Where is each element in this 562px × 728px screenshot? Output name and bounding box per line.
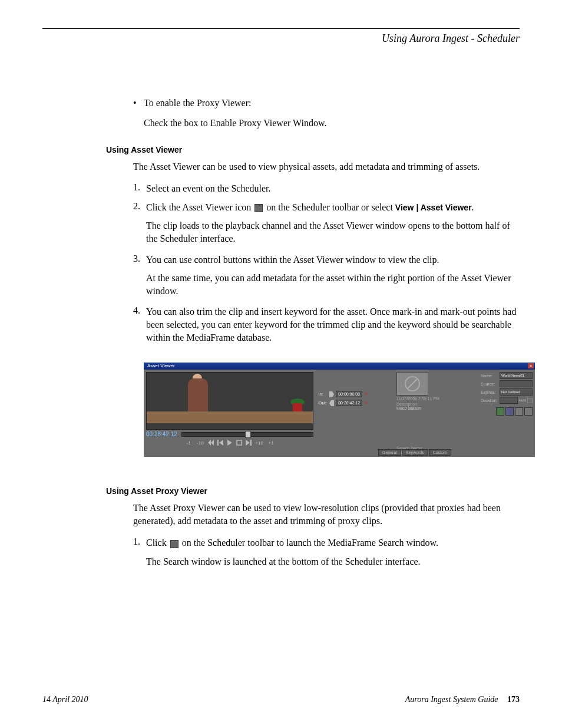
asset-timestamp: 11/25/2008 2:39:11 PM (396, 397, 478, 401)
proxy-step1-b: on the Scheduler toolbar to launch the M… (180, 538, 438, 548)
proxy-step1-sub: The Search window is launched at the bot… (146, 555, 520, 568)
search-icon (170, 540, 178, 548)
stop-icon[interactable] (236, 440, 242, 446)
video-preview (146, 372, 313, 430)
step-4: 4. You can also trim the clip and insert… (133, 305, 520, 344)
svg-rect-2 (250, 440, 252, 446)
step2-part-b: on the Scheduler toolbar or select (264, 202, 395, 212)
timecode-display: 00:28:42;12 (146, 431, 181, 437)
play-icon[interactable] (227, 440, 233, 446)
mark-in-icon[interactable] (329, 391, 334, 397)
footer-guide-name: Aurora Ingest System Guide (405, 695, 498, 704)
clear-in-icon[interactable]: ✕ (364, 391, 368, 397)
tab-custom[interactable]: Custom (429, 449, 451, 456)
out-label: Out: (318, 400, 328, 406)
transport-controls: -1 -10 +10 +1 (146, 440, 313, 446)
step-text: Select an event on the Scheduler. (146, 182, 270, 195)
step2-end: . (472, 202, 474, 212)
bullet-enable-proxy: • To enable the Proxy Viewer: (133, 98, 520, 108)
rewind-icon[interactable] (208, 440, 214, 446)
hold-label: Hold (519, 398, 526, 402)
expires-label: Expires: (481, 390, 498, 394)
hold-checkbox[interactable] (527, 398, 533, 403)
proxy-step1-a: Click (146, 538, 169, 548)
asset-viewer-window: Asset Viewer × 00:28:42;12 (144, 363, 535, 457)
tab-general[interactable]: General (378, 449, 401, 456)
tab-keywords[interactable]: Keywords (402, 449, 428, 456)
step-number: 4. (133, 305, 146, 344)
svg-rect-0 (217, 440, 219, 446)
proxy-viewer-intro: The Asset Proxy Viewer can be used to vi… (133, 502, 520, 527)
step-minus-1-button[interactable]: -1 (184, 440, 193, 446)
close-icon[interactable]: × (528, 363, 534, 368)
mark-in-row: In: 00:00:00;00 ✕ (318, 391, 392, 397)
step-back-icon[interactable] (217, 440, 223, 446)
step-number: 1. (133, 536, 146, 549)
step-number: 2. (133, 201, 146, 214)
bullet-text: To enable the Proxy Viewer: (144, 98, 251, 108)
bullet-sub-text: Check the box to Enable Proxy Viewer Win… (144, 117, 520, 130)
step-minus-10-button[interactable]: -10 (196, 440, 204, 446)
step-3: 3. You can use control buttons within th… (133, 253, 520, 266)
bullet-dot: • (133, 98, 144, 108)
page-header: Using Aurora Ingest - Scheduler (42, 32, 520, 45)
footer-page-number: 173 (507, 695, 520, 704)
meta-action-1-icon[interactable] (496, 407, 504, 416)
no-image-icon (405, 376, 420, 391)
description-value[interactable]: Flood season (396, 406, 478, 410)
expires-field[interactable]: Not Defined (500, 388, 533, 396)
name-label: Name: (481, 374, 498, 378)
meta-action-3-icon[interactable] (515, 407, 523, 416)
menu-asset-viewer: Asset Viewer (421, 203, 472, 212)
heading-asset-viewer: Using Asset Viewer (106, 145, 520, 154)
duration-field (500, 397, 518, 404)
step-text: Click on the Scheduler toolbar to launch… (146, 536, 438, 549)
out-timecode[interactable]: 00:28:42;12 (336, 400, 362, 406)
menu-sep: | (414, 203, 421, 212)
scrub-bar[interactable] (181, 432, 313, 437)
page-footer: 14 April 2010 Aurora Ingest System Guide… (42, 695, 520, 704)
proxy-step-1: 1. Click on the Scheduler toolbar to lau… (133, 536, 520, 549)
meta-action-2-icon[interactable] (505, 407, 514, 416)
step-fwd-icon[interactable] (246, 440, 252, 446)
step-text: You can use control buttons within the A… (146, 253, 439, 266)
menu-view: View (395, 203, 414, 212)
svg-rect-1 (237, 440, 242, 445)
step-plus-10-button[interactable]: +10 (255, 440, 263, 446)
footer-date: 14 April 2010 (42, 695, 88, 704)
step-text: You can also trim the clip and insert ke… (146, 305, 520, 344)
mark-out-icon[interactable] (329, 400, 334, 406)
asset-viewer-icon (254, 204, 263, 212)
step2-part-a: Click the Asset Viewer icon (146, 202, 253, 212)
window-title: Asset Viewer (147, 363, 175, 368)
step-number: 1. (133, 182, 146, 195)
step-number: 3. (133, 253, 146, 266)
window-titlebar: Asset Viewer × (144, 363, 535, 370)
mark-out-row: Out: 00:28:42;12 ✕ (318, 400, 392, 406)
step-text: Click the Asset Viewer icon on the Sched… (146, 201, 474, 214)
meta-action-4-icon[interactable] (524, 407, 533, 416)
in-label: In: (318, 391, 328, 397)
source-label: Source: (481, 382, 498, 386)
name-field[interactable]: World News01 (500, 372, 533, 379)
video-content (188, 378, 208, 414)
heading-asset-proxy-viewer: Using Asset Proxy Viewer (106, 486, 520, 496)
clear-out-icon[interactable]: ✕ (364, 400, 368, 406)
step3-sub: At the same time, you can add metadata f… (146, 272, 520, 297)
step-plus-1-button[interactable]: +1 (267, 440, 275, 446)
asset-viewer-intro: The Asset Viewer can be used to view phy… (133, 160, 520, 173)
thumbnail-placeholder (396, 372, 428, 396)
description-label: Description (396, 402, 478, 406)
in-timecode[interactable]: 00:00:00;00 (336, 391, 362, 397)
source-field[interactable] (500, 380, 533, 387)
step2-sub: The clip loads to the playback channel a… (146, 219, 520, 245)
video-content (147, 411, 313, 423)
step-2: 2. Click the Asset Viewer icon on the Sc… (133, 201, 520, 214)
duration-label: Duration: (481, 398, 498, 403)
step-1: 1. Select an event on the Scheduler. (133, 182, 520, 195)
scrub-handle[interactable] (245, 431, 251, 438)
